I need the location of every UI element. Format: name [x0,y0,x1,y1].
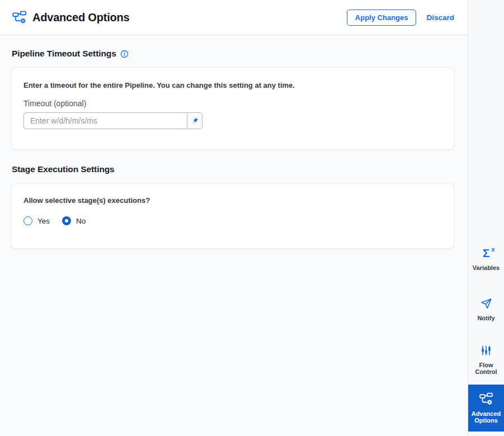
content-area: Pipeline Timeout Settings Enter a timeou… [0,35,468,436]
radio-option-1[interactable]: No [62,216,86,225]
panel-header: Advanced Options Apply Changes Discard [0,0,468,35]
sidebar-item-label: Variables [470,264,502,271]
pipeline-gear-icon [479,392,493,406]
selective-stage-radio-group: Yes No [23,216,442,225]
right-sidebar: Σx Variables Flow Control Notify [468,0,504,436]
pipeline-timeout-heading: Pipeline Timeout Settings [12,49,116,59]
apply-changes-button[interactable]: Apply Changes [347,10,417,26]
stage-execution-card: Allow selective stage(s) executions? Yes… [11,183,454,249]
timeout-input-group [23,112,202,129]
page-title: Advanced Options [32,11,130,24]
radio-label-no: No [76,217,86,225]
radio-circle-yes[interactable] [23,216,32,225]
stage-execution-heading-row: Stage Execution Settings [12,164,454,174]
main-column: Advanced Options Apply Changes Discard P… [0,0,468,436]
selective-stage-question: Allow selective stage(s) executions? [23,196,442,205]
header-actions: Apply Changes Discard [347,10,454,26]
sidebar-item-variables[interactable]: Σx Variables [468,234,504,284]
radio-option-0[interactable]: Yes [23,216,50,225]
sidebar-item-label: Notify [475,315,497,321]
sidebar-item-notify[interactable]: Flow Control Notify [468,284,504,334]
timeout-input[interactable] [23,112,187,129]
sidebar-item-advanced-options[interactable]: Advanced Options [468,385,504,432]
radio-label-yes: Yes [37,217,50,225]
stage-execution-heading: Stage Execution Settings [12,164,115,174]
radio-circle-no[interactable] [62,216,71,225]
sidebar-item-label: Advanced Options [468,410,504,424]
sigma-x-icon: Σx [479,247,493,260]
sidebar-item-label: Flow Control [468,362,504,375]
advanced-options-panel: Advanced Options Apply Changes Discard P… [0,0,504,436]
timeout-label: Timeout (optional) [23,99,442,108]
header-title-group: Advanced Options [12,11,130,25]
discard-button[interactable]: Discard [426,13,454,22]
sidebar-item-flow-control[interactable]: Flow Control [468,334,504,385]
paper-plane-icon [479,297,493,310]
info-icon[interactable] [120,50,129,58]
runtime-input-pin-button[interactable] [187,112,202,129]
pipeline-gear-icon [12,11,26,25]
pipeline-timeout-heading-row: Pipeline Timeout Settings [12,49,454,59]
pipeline-timeout-card: Enter a timeout for the entire Pipeline.… [11,68,454,150]
pin-icon [191,117,199,125]
timeout-description: Enter a timeout for the entire Pipeline.… [23,81,442,89]
sliders-icon [479,344,493,357]
